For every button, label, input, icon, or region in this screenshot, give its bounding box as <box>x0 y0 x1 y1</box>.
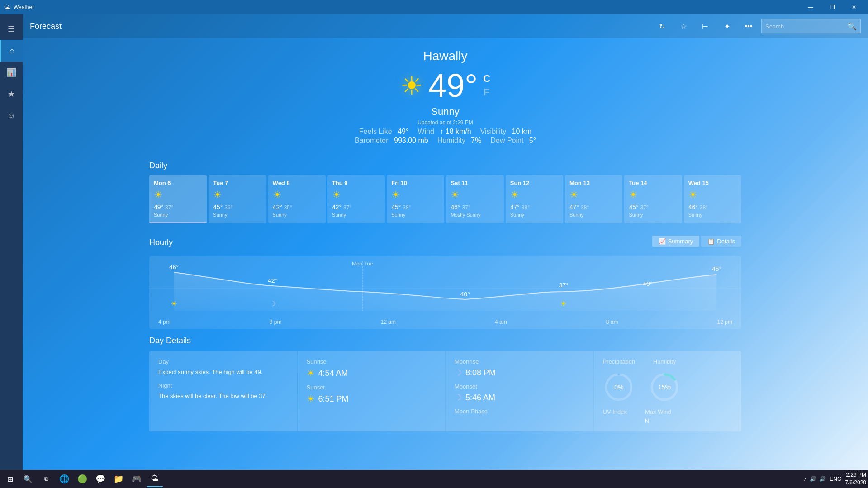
day-card-wed15[interactable]: Wed 15 ☀ 46° 38° Sunny <box>684 175 741 223</box>
taskbar-taskview[interactable]: ⧉ <box>38 471 54 487</box>
day-label-thu9: Thu 9 <box>332 180 380 186</box>
day-card-mon6[interactable]: Mon 6 ☀ 49° 37° Sunny <box>149 175 207 223</box>
sidebar-item-favorites[interactable]: ★ <box>0 83 23 105</box>
day-temps-mon13: 47° 38° <box>569 204 618 211</box>
sunrise-label: Sunrise <box>307 358 436 365</box>
unit-c[interactable]: C <box>483 73 490 85</box>
menu-icon: ☰ <box>8 24 15 34</box>
moonset-label: Moonset <box>455 383 584 390</box>
day-card-mon13[interactable]: Mon 13 ☀ 47° 38° Sunny <box>565 175 622 223</box>
visibility: Visibility 10 km <box>480 128 532 136</box>
search-box: 🔍 <box>761 19 861 33</box>
sidebar-item-maps[interactable]: 📊 <box>0 62 23 83</box>
day-card-sun12[interactable]: Sun 12 ☀ 47° 38° Sunny <box>506 175 563 223</box>
day-icon-sun12: ☀ <box>510 189 559 201</box>
day-condition-tue14: Sunny <box>629 212 677 218</box>
day-card-thu9[interactable]: Thu 9 ☀ 42° 37° Sunny <box>327 175 385 223</box>
moonset-time: 5:46 AM <box>465 393 495 403</box>
taskbar-expand-icon[interactable]: ∧ <box>804 477 807 482</box>
taskbar-file[interactable]: 📁 <box>110 471 127 487</box>
day-label-fri10: Fri 10 <box>391 180 440 186</box>
day-condition-mon13: Sunny <box>569 212 618 218</box>
day-condition-sun12: Sunny <box>510 212 559 218</box>
svg-text:46°: 46° <box>169 264 179 270</box>
svg-text:☀: ☀ <box>560 300 567 308</box>
day-temps-fri10: 45° 38° <box>391 204 440 211</box>
sunset-time: 6:51 PM <box>318 394 349 404</box>
sidebar-item-menu[interactable]: ☰ <box>0 18 23 40</box>
day-label-tue7: Tue 7 <box>213 180 261 186</box>
day-card-sat11[interactable]: Sat 11 ☀ 46° 37° Mostly Sunny <box>446 175 503 223</box>
precipitation-label: Precipitation <box>603 358 636 365</box>
app-icon: 🌤 <box>4 4 10 11</box>
details-label: Details <box>717 238 735 245</box>
barometer-label: Barometer <box>355 137 389 145</box>
taskbar-volume-icon: 🔊 <box>819 476 826 482</box>
moonset-icon: ☽ <box>455 393 462 403</box>
search-input[interactable] <box>765 23 848 30</box>
refresh-button[interactable]: ↻ <box>653 17 671 35</box>
maps-icon: 📊 <box>6 67 16 77</box>
chart-icon: 📈 <box>659 238 666 245</box>
day-card-tue7[interactable]: Tue 7 ☀ 45° 36° Sunny <box>209 175 266 223</box>
sunrise-sunset-cell: Sunrise ☀ 4:54 AM Sunset ☀ 6:51 PM <box>298 351 446 431</box>
taskbar-discord[interactable]: 💬 <box>92 471 109 487</box>
start-button[interactable]: ⊞ <box>2 471 18 487</box>
sunset-label: Sunset <box>307 384 436 391</box>
humidity-label-dd: Humidity <box>653 358 676 365</box>
day-icon-mon6: ☀ <box>154 189 202 201</box>
taskbar-time[interactable]: 2:29 PM 7/6/2020 <box>845 471 866 487</box>
daily-title: Daily <box>149 161 741 171</box>
toolbar: Forecast ↻ ☆ ⊢ ✦ ••• 🔍 <box>23 14 868 38</box>
taskbar-search[interactable]: 🔍 <box>20 471 36 487</box>
taskbar-left: ⊞ 🔍 ⧉ 🌐 🟢 💬 📁 🎮 🌤 <box>2 471 163 487</box>
taskbar-chrome[interactable]: 🟢 <box>74 471 90 487</box>
dew-point-label: Dew Point <box>490 137 523 145</box>
moonrise-time: 8:08 PM <box>465 368 496 378</box>
day-text: Expect sunny skies. The high will be 49. <box>158 368 288 377</box>
settings-button[interactable]: ✦ <box>718 17 736 35</box>
summary-toggle-button[interactable]: 📈 Summary <box>652 236 700 247</box>
hourly-section: Hourly 📈 Summary 📋 Details <box>149 231 741 329</box>
sidebar-item-home[interactable]: ⌂ <box>0 40 23 62</box>
day-card-tue14[interactable]: Tue 14 ☀ 45° 37° Sunny <box>624 175 682 223</box>
more-button[interactable]: ••• <box>740 17 758 35</box>
restore-button[interactable]: ❐ <box>822 0 843 14</box>
pin-button[interactable]: ⊢ <box>696 17 714 35</box>
sunrise-icon: ☀ <box>307 368 315 379</box>
favorite-button[interactable]: ☆ <box>674 17 693 35</box>
hourly-header: Hourly 📈 Summary 📋 Details <box>149 231 741 252</box>
taskbar-steam[interactable]: 🎮 <box>128 471 145 487</box>
weather-detail-row-1: Feels Like 49° Wind ↑ 18 km/h Visibility… <box>149 128 741 136</box>
moonset-row: ☽ 5:46 AM <box>455 393 584 403</box>
chart-time-8am: 8 am <box>606 319 618 325</box>
taskbar-edge[interactable]: 🌐 <box>56 471 72 487</box>
taskbar-weather[interactable]: 🌤 <box>147 471 163 487</box>
wind: Wind ↑ 18 km/h <box>417 128 471 136</box>
dew-point: Dew Point 5° <box>490 137 536 145</box>
svg-text:☀: ☀ <box>171 300 178 308</box>
search-icon[interactable]: 🔍 <box>848 22 857 31</box>
minimize-button[interactable]: — <box>800 0 821 14</box>
clock-time: 2:29 PM <box>845 471 866 479</box>
sunrise-time: 4:54 AM <box>318 369 348 378</box>
close-button[interactable]: ✕ <box>844 0 864 14</box>
day-label-tue14: Tue 14 <box>629 180 677 186</box>
taskbar-network-icon: 🔊 <box>810 476 816 482</box>
taskbar-sys-icons: ∧ 🔊 🔊 <box>804 476 826 482</box>
sidebar-item-news[interactable]: ☺ <box>0 105 23 127</box>
humidity-value-dd: 15% <box>658 384 671 391</box>
feels-like-value: 49° <box>398 128 408 136</box>
day-icon-wed15: ☀ <box>688 189 737 201</box>
unit-f[interactable]: F <box>483 86 490 98</box>
day-card-fri10[interactable]: Fri 10 ☀ 45° 38° Sunny <box>387 175 444 223</box>
moon-cell: Moonrise ☽ 8:08 PM Moonset ☽ 5:46 AM Moo… <box>446 351 593 431</box>
precipitation-ring: 0% <box>603 371 635 403</box>
day-temps-mon6: 49° 37° <box>154 204 202 211</box>
taskbar-right: ∧ 🔊 🔊 ENG 2:29 PM 7/6/2020 <box>804 471 866 487</box>
day-icon-fri10: ☀ <box>391 189 440 201</box>
home-icon: ⌂ <box>9 46 14 56</box>
visibility-label: Visibility <box>480 128 507 136</box>
details-toggle-button[interactable]: 📋 Details <box>701 236 741 247</box>
day-card-wed8[interactable]: Wed 8 ☀ 42° 35° Sunny <box>268 175 326 223</box>
